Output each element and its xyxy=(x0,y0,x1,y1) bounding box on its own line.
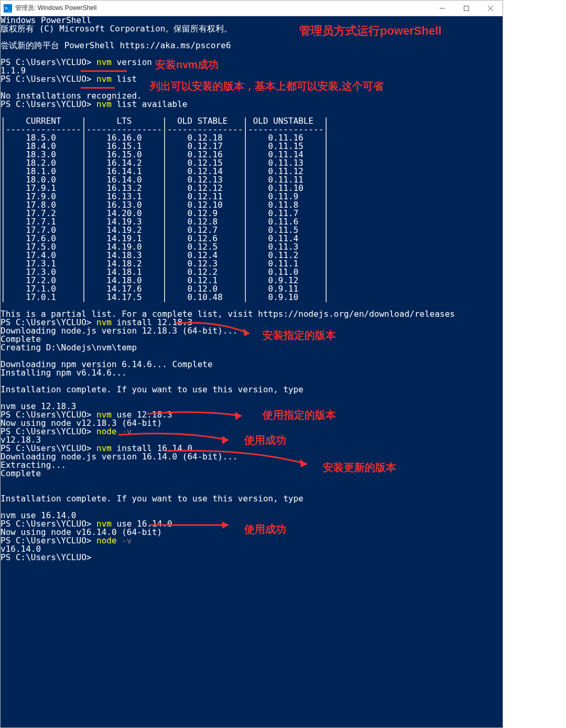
anno-install-specific: 安装指定的版本 xyxy=(263,331,336,339)
anno-install-newer: 安装更新的版本 xyxy=(323,463,396,472)
anno-use-ok2: 使用成功 xyxy=(244,525,286,533)
anno-list-versions: 列出可以安装的版本，基本上都可以安装,这个可省 xyxy=(150,82,384,90)
anno-install-nvm-ok: 安装nvm成功 xyxy=(155,60,219,69)
anno-use-specific: 使用指定的版本 xyxy=(263,411,336,419)
svg-rect-1 xyxy=(464,6,469,10)
terminal-area[interactable]: Windows PowerShell版权所有 (C) Microsoft Cor… xyxy=(1,16,503,727)
titlebar[interactable]: >_ 管理员: Windows PowerShell xyxy=(1,1,503,16)
powershell-icon: >_ xyxy=(4,4,12,13)
powershell-window: >_ 管理员: Windows PowerShell Windows Power… xyxy=(0,0,503,728)
underline-nvm-list xyxy=(81,87,115,89)
close-button[interactable] xyxy=(478,1,503,16)
underline-nvm-version xyxy=(81,70,127,72)
anno-admin-run: 管理员方式运行powerShell xyxy=(299,27,441,35)
minimize-button[interactable] xyxy=(430,1,454,16)
window-title: 管理员: Windows PowerShell xyxy=(15,4,430,13)
maximize-button[interactable] xyxy=(454,1,478,16)
anno-use-ok: 使用成功 xyxy=(244,436,286,444)
